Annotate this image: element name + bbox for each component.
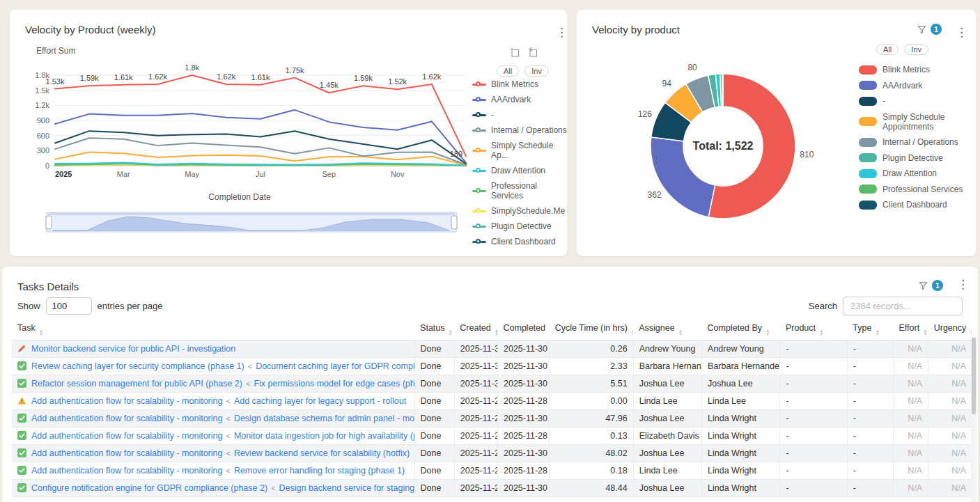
task-link[interactable]: Add authentication flow for scalability … (31, 466, 222, 476)
legend-item-client-dashboard[interactable]: Client Dashboard (859, 200, 976, 210)
legend-item-plugin-detective[interactable]: Plugin Detective (859, 153, 976, 163)
legend-label: Draw Attention (882, 168, 937, 178)
filter-count-badge[interactable]: 1 (931, 24, 942, 35)
legend-all-button[interactable]: All (497, 65, 519, 77)
legend-label: Professional Services (882, 185, 963, 194)
task-link[interactable]: Configure notification engine for GDPR c… (31, 483, 267, 493)
legend-item-professional-services[interactable]: Professional Services (859, 185, 976, 194)
datazoom-right-handle[interactable] (451, 216, 457, 229)
legend-item-plugin-detective[interactable]: Plugin Detective (472, 221, 567, 231)
legend-item-draw-attention[interactable]: Draw Attention (859, 168, 976, 178)
filter-count-badge[interactable]: 1 (932, 280, 943, 291)
column-header-created[interactable]: Created▲▼ (454, 319, 497, 340)
column-header-completed[interactable]: Completed▲▼ (498, 319, 550, 340)
sort-icon[interactable]: ▲▼ (765, 329, 770, 336)
legend-item--[interactable]: - (859, 96, 976, 106)
search-input[interactable] (843, 297, 963, 315)
sort-icon[interactable]: ▲▼ (819, 329, 823, 336)
sort-icon[interactable]: ▲▼ (923, 329, 927, 336)
legend-all-button[interactable]: All (876, 44, 899, 55)
donut-slice-client-dashboard[interactable] (722, 74, 723, 107)
series-line-internal-operations[interactable] (55, 138, 466, 164)
sort-icon[interactable]: ▲▼ (678, 329, 683, 336)
sort-icon[interactable]: ▲▼ (970, 329, 972, 336)
svg-text:600: 600 (37, 132, 49, 140)
entries-per-page-input[interactable] (46, 297, 92, 315)
urgency-cell: N/A (928, 445, 972, 462)
task-link[interactable]: Add authentication flow for scalability … (31, 448, 222, 458)
column-header-urgency[interactable]: Urgency▲▼ (928, 319, 972, 340)
legend-item-simplyschedule-me[interactable]: SimplySchedule.Me (472, 206, 567, 216)
kebab-menu-icon[interactable]: ⋮ (956, 28, 967, 38)
show-label: Show (17, 301, 40, 311)
legend-toggle-pills: All Inv (497, 65, 549, 77)
legend-item-professional-services[interactable]: Professional Services (472, 181, 567, 201)
legend-item-internal-operations[interactable]: Internal / Operations (859, 137, 976, 147)
task-link[interactable]: Review caching layer for security compli… (31, 361, 244, 371)
task-link[interactable]: Add authentication flow for scalability … (31, 396, 222, 406)
column-header-completed-by[interactable]: Completed By▲▼ (702, 319, 780, 340)
legend-item-blink-metrics[interactable]: Blink Metrics (472, 79, 567, 89)
datazoom-slider[interactable] (45, 212, 458, 234)
task-link[interactable]: Monitor data ingestion job for high avai… (234, 431, 414, 441)
slice-value-label: 362 (648, 190, 662, 200)
datazoom-left-handle[interactable] (46, 216, 52, 229)
table-scrollbar-thumb[interactable] (972, 338, 976, 414)
legend-inv-button[interactable]: Inv (524, 65, 549, 77)
sort-icon[interactable]: ▲▼ (39, 329, 43, 336)
column-header-type[interactable]: Type▲▼ (847, 319, 893, 340)
legend-item--[interactable]: - (472, 110, 567, 120)
legend-label: - (882, 96, 885, 106)
sort-icon[interactable]: ▲▼ (631, 329, 633, 336)
column-header-product[interactable]: Product▲▼ (780, 319, 847, 340)
task-link[interactable]: Remove error handling for staging (phase… (234, 466, 405, 476)
column-header-assignee[interactable]: Assignee▲▼ (633, 319, 701, 340)
legend-item-client-dashboard[interactable]: Client Dashboard (472, 237, 567, 246)
product-cell: - (780, 480, 847, 497)
filter-icon[interactable] (917, 24, 927, 35)
task-cell: Add authentication flow for scalability … (12, 393, 414, 410)
datazoom-reset-icon[interactable] (528, 47, 538, 57)
velocity-product-donut-chart[interactable]: 8103621269480Total: 1,522 (610, 53, 840, 240)
status-cell: Done (414, 428, 454, 445)
legend-item-internal-operations[interactable]: Internal / Operations (472, 125, 567, 135)
column-header-cycle-time-in-hrs-[interactable]: Cycle Time (in hrs)▲▼ (550, 319, 633, 340)
kebab-menu-icon[interactable]: ⋮ (556, 28, 568, 38)
assignee-cell: Linda Lee (633, 393, 701, 410)
task-link[interactable]: Fix permissions model for edge cases (ph… (254, 379, 414, 389)
status-cell: Done (414, 445, 454, 462)
legend-item-simply-schedule-ap-[interactable]: Simply Schedule Ap... (472, 141, 567, 160)
task-link[interactable]: Review backend service for scalability (… (234, 448, 410, 458)
column-header-task[interactable]: Task▲▼ (12, 319, 414, 340)
legend-swatch (859, 117, 877, 126)
column-header-effort[interactable]: Effort▲▼ (894, 319, 928, 340)
table-scrollbar[interactable] (971, 336, 977, 502)
task-cell: Configure notification engine for GDPR c… (12, 480, 414, 497)
task-link[interactable]: Add authentication flow for scalability … (31, 414, 222, 423)
effort-cell: N/A (894, 340, 928, 358)
legend-item-draw-attention[interactable]: Draw Attention (472, 166, 567, 175)
task-link[interactable]: Design database schema for admin panel -… (234, 414, 414, 423)
task-link[interactable]: Monitor backend service for public API -… (31, 344, 235, 354)
task-link[interactable]: Add authentication flow for scalability … (31, 431, 222, 441)
sort-icon[interactable]: ▲▼ (549, 329, 550, 336)
sort-icon[interactable]: ▲▼ (875, 329, 879, 336)
task-link[interactable]: Document caching layer for GDPR complian… (256, 361, 414, 371)
column-header-status[interactable]: Status▲▼ (414, 319, 454, 340)
task-link[interactable]: Design backend service for staging - inv… (279, 483, 415, 493)
task-link[interactable]: Refactor session management for public A… (31, 379, 242, 389)
filter-icon[interactable] (918, 281, 928, 291)
legend-inv-button[interactable]: Inv (904, 44, 928, 55)
sort-icon[interactable]: ▲▼ (449, 329, 453, 336)
task-link[interactable]: Add caching layer for legacy support - r… (234, 396, 406, 406)
kebab-menu-icon[interactable]: ⋮ (957, 280, 969, 290)
legend-item-aaardvark[interactable]: AAArdvark (859, 81, 976, 91)
legend-swatch (859, 138, 877, 147)
legend-item-aaardvark[interactable]: AAArdvark (472, 95, 567, 104)
velocity-weekly-line-chart[interactable]: 03006009001.2k1.5k1.8k2025MarMayJulSepNo… (24, 60, 483, 206)
datazoom-select-icon[interactable] (510, 47, 520, 57)
legend-item-simply-schedule-appointments[interactable]: Simply Schedule Appointments (859, 112, 976, 132)
sort-icon[interactable]: ▲▼ (495, 329, 498, 336)
legend-marker (472, 127, 486, 134)
legend-item-blink-metrics[interactable]: Blink Metrics (859, 65, 976, 74)
